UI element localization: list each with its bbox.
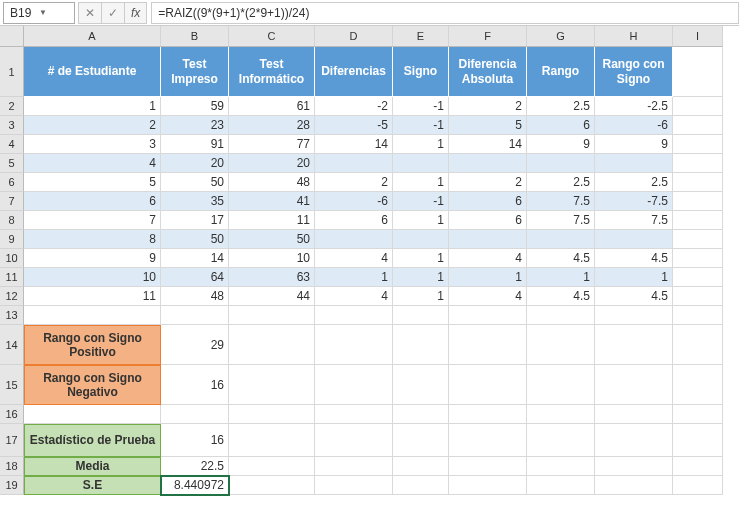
cell[interactable]: 50 <box>161 230 229 249</box>
cell[interactable] <box>393 457 449 476</box>
row-header[interactable]: 2 <box>0 97 24 116</box>
cell[interactable] <box>393 230 449 249</box>
cell[interactable]: 7.5 <box>527 211 595 230</box>
cell[interactable]: 4 <box>24 154 161 173</box>
cell[interactable] <box>229 476 315 495</box>
cell[interactable] <box>315 325 393 365</box>
cell[interactable] <box>161 306 229 325</box>
cell[interactable]: 4 <box>315 249 393 268</box>
cell[interactable]: 8 <box>24 230 161 249</box>
value-rango-negativo[interactable]: 16 <box>161 365 229 405</box>
cell[interactable]: 77 <box>229 135 315 154</box>
row-header[interactable]: 8 <box>0 211 24 230</box>
cell[interactable]: 1 <box>393 287 449 306</box>
cell[interactable] <box>595 325 673 365</box>
cell[interactable]: 6 <box>315 211 393 230</box>
cell[interactable]: 14 <box>449 135 527 154</box>
cell[interactable] <box>315 365 393 405</box>
row-header[interactable]: 7 <box>0 192 24 211</box>
cell[interactable] <box>673 457 723 476</box>
cell[interactable]: -2 <box>315 97 393 116</box>
label-rango-positivo[interactable]: Rango con Signo Positivo <box>24 325 161 365</box>
value-media[interactable]: 22.5 <box>161 457 229 476</box>
cell[interactable]: 91 <box>161 135 229 154</box>
cell[interactable]: 5 <box>24 173 161 192</box>
cell[interactable]: -1 <box>393 116 449 135</box>
cell[interactable] <box>673 249 723 268</box>
col-header[interactable]: G <box>527 26 595 47</box>
cell[interactable]: 1 <box>393 249 449 268</box>
col-header[interactable]: I <box>673 26 723 47</box>
label-se[interactable]: S.E <box>24 476 161 495</box>
col-test-informatico[interactable]: Test Informático <box>229 47 315 97</box>
chevron-down-icon[interactable]: ▼ <box>39 8 68 17</box>
cell[interactable] <box>449 424 527 457</box>
cell[interactable] <box>393 154 449 173</box>
cell[interactable] <box>527 476 595 495</box>
cell[interactable]: 4 <box>449 249 527 268</box>
cell[interactable] <box>229 365 315 405</box>
cell[interactable] <box>315 457 393 476</box>
cell[interactable]: 9 <box>527 135 595 154</box>
cell[interactable]: -7.5 <box>595 192 673 211</box>
cell[interactable]: 5 <box>449 116 527 135</box>
value-rango-positivo[interactable]: 29 <box>161 325 229 365</box>
label-estadistico[interactable]: Estadístico de Prueba <box>24 424 161 457</box>
cell[interactable] <box>229 325 315 365</box>
cell[interactable]: 1 <box>393 211 449 230</box>
cell[interactable] <box>595 457 673 476</box>
row-header[interactable]: 11 <box>0 268 24 287</box>
cell[interactable] <box>229 405 315 424</box>
cell[interactable] <box>527 365 595 405</box>
name-box[interactable]: B19 ▼ <box>3 2 75 24</box>
cell[interactable]: 1 <box>449 268 527 287</box>
cell[interactable] <box>527 424 595 457</box>
row-header[interactable]: 15 <box>0 365 24 405</box>
cell[interactable]: 6 <box>527 116 595 135</box>
row-header[interactable]: 4 <box>0 135 24 154</box>
cell[interactable] <box>449 365 527 405</box>
row-header[interactable]: 1 <box>0 47 24 97</box>
label-media[interactable]: Media <box>24 457 161 476</box>
cell[interactable] <box>595 306 673 325</box>
cell[interactable]: -5 <box>315 116 393 135</box>
cell[interactable]: 7.5 <box>527 192 595 211</box>
cell[interactable] <box>24 405 161 424</box>
cell[interactable]: 14 <box>161 249 229 268</box>
cell[interactable] <box>673 230 723 249</box>
cell[interactable] <box>673 192 723 211</box>
cell[interactable] <box>393 476 449 495</box>
cell[interactable]: 1 <box>393 135 449 154</box>
cell[interactable] <box>673 135 723 154</box>
cell[interactable] <box>229 306 315 325</box>
cell[interactable]: 4.5 <box>527 287 595 306</box>
cell[interactable] <box>673 476 723 495</box>
cell[interactable]: 3 <box>24 135 161 154</box>
cell[interactable] <box>24 306 161 325</box>
col-header[interactable]: F <box>449 26 527 47</box>
cell[interactable]: 2 <box>449 173 527 192</box>
cell[interactable] <box>449 476 527 495</box>
col-estudiante[interactable]: # de Estudiante <box>24 47 161 97</box>
cell[interactable]: 9 <box>24 249 161 268</box>
col-diferencia-absoluta[interactable]: Diferencia Absoluta <box>449 47 527 97</box>
cell[interactable]: 11 <box>24 287 161 306</box>
cell[interactable]: 2 <box>449 97 527 116</box>
cell[interactable]: 10 <box>24 268 161 287</box>
cell[interactable] <box>315 230 393 249</box>
cell[interactable]: -1 <box>393 97 449 116</box>
cell[interactable]: 1 <box>527 268 595 287</box>
cell[interactable] <box>595 365 673 405</box>
cell[interactable]: 2 <box>315 173 393 192</box>
cell[interactable] <box>449 306 527 325</box>
formula-input[interactable]: =RAIZ((9*(9+1)*(2*9+1))/24) <box>151 2 739 24</box>
value-se[interactable]: 8.440972 <box>161 476 229 495</box>
cell[interactable] <box>449 405 527 424</box>
cell[interactable] <box>673 405 723 424</box>
row-header[interactable]: 9 <box>0 230 24 249</box>
cell[interactable] <box>527 306 595 325</box>
cell[interactable] <box>673 306 723 325</box>
cancel-formula-button[interactable]: ✕ <box>79 3 102 23</box>
cell[interactable] <box>673 211 723 230</box>
cell[interactable] <box>673 154 723 173</box>
